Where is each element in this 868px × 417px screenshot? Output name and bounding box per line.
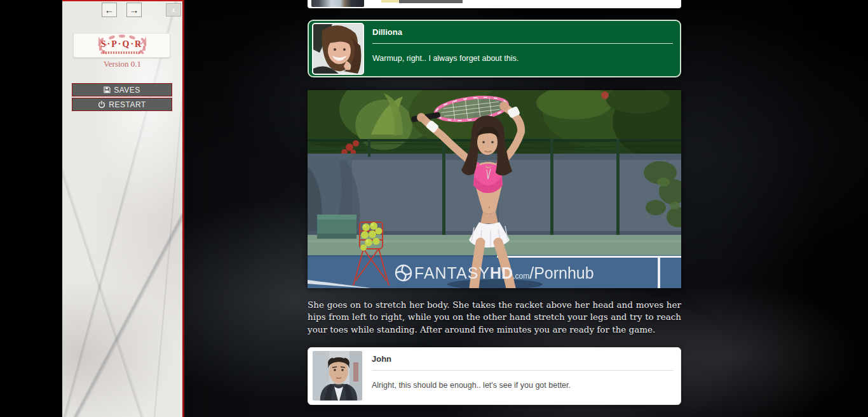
highlight-fragment: [381, 0, 399, 3]
character-name: John: [372, 354, 391, 364]
version-label: Version 0.1: [62, 59, 182, 69]
dialog-dilliona: Dilliona Warmup, right.. I always forget…: [308, 20, 681, 77]
history-back-button[interactable]: ←: [102, 3, 117, 17]
watermark-suffix: /Pornhub: [529, 264, 593, 282]
dialog-message: Alright, this should be enough.. let's s…: [372, 380, 673, 390]
sidebar-collapse-button[interactable]: ‹: [166, 3, 181, 17]
dialog-separator: [372, 370, 674, 371]
dialog-partial-top: [308, 0, 681, 8]
saves-button[interactable]: SAVES: [72, 83, 172, 96]
dialog-john: John Alright, this should be enough.. le…: [308, 347, 681, 405]
history-forward-button[interactable]: →: [126, 3, 142, 17]
watermark-brand: FANTASY: [414, 264, 490, 282]
game-page: ← → ‹: [0, 0, 868, 417]
avatar-fragment: [311, 0, 364, 7]
story-image: FANTASYHD.com/Pornhub: [308, 90, 681, 288]
john-portrait-icon: [313, 351, 363, 402]
character-name: Dilliona: [372, 27, 402, 37]
dialog-message: Warmup, right.. I always forget about th…: [372, 53, 672, 63]
tennis-scene: FANTASYHD.com/Pornhub: [308, 90, 681, 288]
svg-text:FANTASYHD.com/Pornhub: FANTASYHD.com/Pornhub: [414, 264, 594, 282]
watermark-domain: .com: [513, 272, 529, 281]
restart-button-label: RESTART: [109, 100, 146, 109]
power-icon: [98, 101, 105, 109]
saves-button-label: SAVES: [114, 86, 140, 95]
save-icon: [104, 86, 111, 93]
watermark-hd: HD: [490, 264, 513, 282]
dilliona-portrait-icon: [313, 24, 364, 75]
avatar-john: [311, 350, 363, 402]
spqr-logo: S·P·Q·R: [73, 33, 170, 58]
passage-column: Dilliona Warmup, right.. I always forget…: [308, 0, 681, 417]
watermark: FANTASYHD.com/Pornhub: [396, 264, 594, 282]
sidebar: ← → ‹: [62, 0, 184, 417]
spqr-logo-text: S·P·Q·R: [74, 39, 170, 50]
logo-tagline: [103, 51, 141, 54]
avatar-dilliona: [312, 23, 364, 75]
divider-fragment: [399, 0, 463, 3]
story-area: Dilliona Warmup, right.. I always forget…: [184, 0, 868, 417]
narrative-text: She goes on to stretch her body. She tak…: [308, 299, 681, 336]
restart-button[interactable]: RESTART: [72, 98, 172, 111]
dialog-separator: [372, 43, 673, 44]
